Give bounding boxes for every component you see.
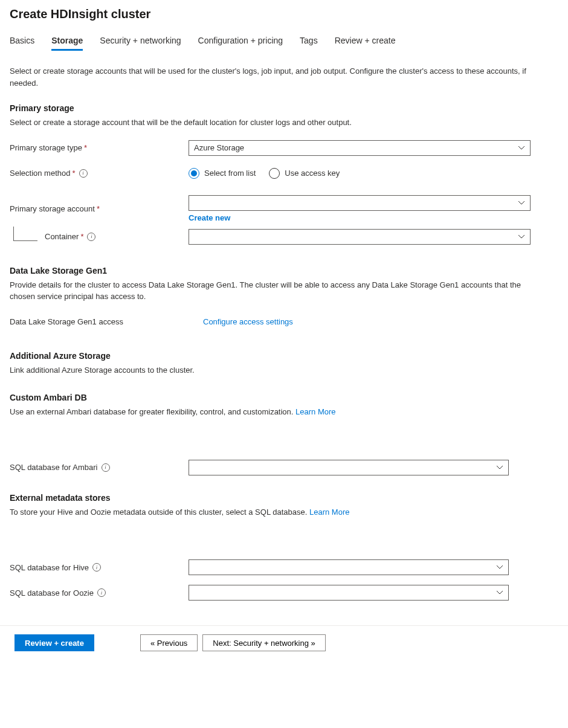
container-select[interactable] (189, 229, 531, 245)
metastores-learn-more-link[interactable]: Learn More (309, 507, 349, 517)
hive-db-label: SQL database for Hive i (10, 563, 189, 572)
tab-tags[interactable]: Tags (300, 32, 318, 51)
info-icon[interactable]: i (102, 463, 110, 472)
ambari-desc: Use an external Ambari database for grea… (10, 406, 541, 418)
tab-security-networking[interactable]: Security + networking (100, 32, 181, 51)
gen1-desc: Provide details for the cluster to acces… (10, 279, 541, 303)
primary-storage-account-select[interactable] (189, 195, 531, 211)
metastores-heading: External metadata stores (10, 493, 558, 503)
ambari-db-label: SQL database for Ambari i (10, 463, 189, 472)
additional-storage-heading: Additional Azure Storage (10, 351, 558, 361)
primary-storage-heading: Primary storage (10, 103, 558, 113)
previous-button[interactable]: « Previous (140, 634, 198, 651)
page-intro-text: Select or create storage accounts that w… (10, 65, 541, 89)
tabs-nav: Basics Storage Security + networking Con… (10, 32, 558, 51)
chevron-down-icon (496, 464, 503, 471)
primary-storage-account-label: Primary storage account* (10, 204, 189, 213)
radio-unselected-icon (269, 168, 280, 179)
oozie-db-select[interactable] (189, 585, 509, 601)
chevron-down-icon (518, 233, 525, 240)
configure-access-link[interactable]: Configure access settings (203, 317, 293, 326)
info-icon[interactable]: i (87, 233, 95, 241)
ambari-db-select[interactable] (189, 460, 509, 475)
tree-connector-icon (13, 227, 37, 241)
info-icon[interactable]: i (79, 169, 88, 178)
additional-storage-desc: Link additional Azure Storage accounts t… (10, 364, 541, 376)
radio-select-from-list[interactable]: Select from list (189, 168, 256, 179)
radio-use-access-key[interactable]: Use access key (269, 168, 340, 179)
ambari-learn-more-link[interactable]: Learn More (295, 407, 335, 416)
chevron-down-icon (518, 199, 525, 207)
selection-method-label: Selection method* i (10, 169, 189, 178)
ambari-heading: Custom Ambari DB (10, 393, 558, 402)
primary-storage-type-select[interactable]: Azure Storage (189, 140, 531, 156)
info-icon[interactable]: i (92, 563, 101, 572)
review-create-button[interactable]: Review + create (15, 634, 94, 651)
info-icon[interactable]: i (97, 588, 106, 597)
metastores-desc: To store your Hive and Oozie metadata ou… (10, 506, 541, 518)
gen1-heading: Data Lake Storage Gen1 (10, 266, 558, 275)
page-title: Create HDInsight cluster (10, 7, 558, 21)
radio-selected-icon (189, 168, 199, 179)
primary-storage-type-label: Primary storage type* (10, 143, 189, 152)
primary-storage-desc: Select or create a storage account that … (10, 117, 541, 129)
container-label: Container* i (45, 232, 95, 241)
tab-basics[interactable]: Basics (10, 32, 34, 51)
next-button[interactable]: Next: Security + networking » (202, 634, 325, 651)
chevron-down-icon (518, 144, 525, 152)
tab-configuration-pricing[interactable]: Configuration + pricing (198, 32, 283, 51)
create-new-link[interactable]: Create new (189, 213, 230, 222)
tab-storage[interactable]: Storage (51, 32, 83, 51)
wizard-footer: Review + create « Previous Next: Securit… (0, 625, 568, 662)
chevron-down-icon (496, 564, 503, 571)
chevron-down-icon (496, 589, 503, 596)
gen1-access-label: Data Lake Storage Gen1 access (10, 317, 203, 326)
hive-db-select[interactable] (189, 559, 509, 575)
oozie-db-label: SQL database for Oozie i (10, 588, 189, 598)
tab-review-create[interactable]: Review + create (335, 32, 396, 51)
